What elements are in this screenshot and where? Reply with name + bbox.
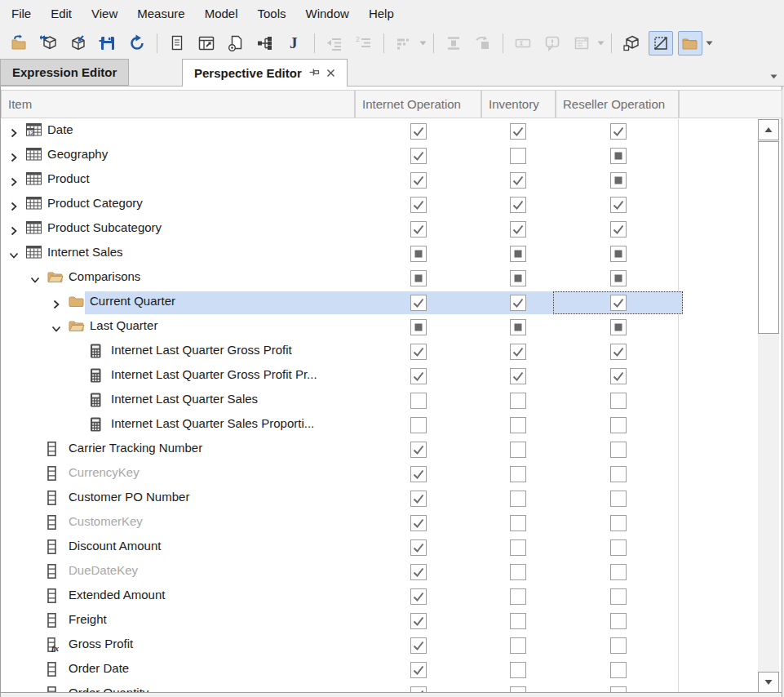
- checkbox-internet-operation[interactable]: [410, 148, 427, 164]
- checkbox-inventory[interactable]: [510, 172, 526, 189]
- menu-view[interactable]: View: [82, 0, 127, 27]
- checkbox-inventory[interactable]: [510, 588, 526, 605]
- checkbox-inventory[interactable]: [510, 368, 526, 384]
- deploy-model-button[interactable]: [66, 31, 91, 55]
- perspective-cube-button[interactable]: [619, 31, 644, 55]
- checkbox-internet-operation[interactable]: [410, 442, 427, 458]
- show-folders-button[interactable]: [678, 31, 702, 55]
- tab-list-caret-icon[interactable]: [770, 68, 777, 82]
- checkbox-reseller-operation[interactable]: [610, 442, 627, 458]
- tree-row-customer-po-number[interactable]: Customer PO Number: [1, 486, 782, 511]
- checkbox-reseller-operation[interactable]: [610, 662, 627, 678]
- checkbox-inventory[interactable]: [510, 637, 526, 654]
- chevron-down-icon[interactable]: [30, 273, 40, 283]
- checkbox-reseller-operation[interactable]: [610, 172, 627, 189]
- checkbox-internet-operation[interactable]: [410, 172, 427, 189]
- checkbox-internet-operation[interactable]: [410, 368, 427, 384]
- chevron-right-icon[interactable]: [9, 175, 19, 185]
- checkbox-reseller-operation[interactable]: [610, 613, 627, 629]
- menu-window[interactable]: Window: [296, 0, 359, 27]
- checkbox-inventory[interactable]: [510, 613, 526, 629]
- checkbox-reseller-operation[interactable]: [610, 270, 627, 286]
- checkbox-reseller-operation[interactable]: [610, 148, 627, 164]
- tree-row-comparisons[interactable]: Comparisons: [1, 266, 782, 291]
- checkbox-internet-operation[interactable]: [410, 515, 427, 531]
- tree-row-currencykey[interactable]: CurrencyKey: [1, 462, 782, 486]
- chevron-right-icon[interactable]: [9, 127, 19, 136]
- scrollbar-thumb[interactable]: [758, 141, 779, 334]
- tree-row-last-quarter[interactable]: Last Quarter: [1, 315, 782, 340]
- tree-row-product-category[interactable]: Product Category: [1, 193, 782, 217]
- menu-model[interactable]: Model: [195, 0, 248, 27]
- checkbox-reseller-operation[interactable]: [610, 564, 627, 580]
- checkbox-internet-operation[interactable]: [410, 564, 427, 580]
- tree-row-internet-last-quarter-sales-proporti[interactable]: Internet Last Quarter Sales Proporti...: [1, 413, 782, 437]
- checkbox-internet-operation[interactable]: [410, 344, 427, 360]
- chevron-right-icon[interactable]: [9, 224, 19, 234]
- pin-icon[interactable]: [308, 66, 320, 80]
- checkbox-inventory[interactable]: [510, 564, 526, 580]
- checkbox-inventory[interactable]: [510, 662, 526, 678]
- tree-row-product-subcategory[interactable]: Product Subcategory: [1, 217, 782, 242]
- script-button[interactable]: J: [282, 31, 307, 55]
- column-header-internet-operation[interactable]: Internet Operation: [355, 90, 481, 118]
- checkbox-reseller-operation[interactable]: [610, 588, 627, 605]
- column-header-reseller-operation[interactable]: Reseller Operation: [556, 90, 679, 118]
- checkbox-internet-operation[interactable]: [410, 539, 427, 556]
- checkbox-reseller-operation[interactable]: [610, 417, 627, 433]
- tree-row-extended-amount[interactable]: Extended Amount: [1, 584, 782, 609]
- checkbox-reseller-operation[interactable]: [610, 123, 627, 140]
- checkbox-reseller-operation[interactable]: [610, 393, 627, 409]
- checkbox-reseller-operation[interactable]: [610, 466, 627, 482]
- table-properties-button[interactable]: [194, 31, 219, 55]
- checkbox-internet-operation[interactable]: [410, 393, 427, 409]
- column-header-inventory[interactable]: Inventory: [481, 90, 556, 118]
- import-tables-button[interactable]: [37, 31, 61, 55]
- checkbox-inventory[interactable]: [510, 319, 526, 335]
- checkbox-inventory[interactable]: [510, 221, 526, 238]
- checkbox-internet-operation[interactable]: [410, 246, 427, 262]
- checkbox-internet-operation[interactable]: [410, 319, 427, 335]
- tree-row-freight[interactable]: Freight: [1, 609, 782, 633]
- chevron-down-icon[interactable]: [9, 249, 19, 259]
- document-button[interactable]: [165, 31, 189, 55]
- checkbox-inventory[interactable]: [510, 344, 526, 360]
- checkbox-internet-operation[interactable]: [410, 491, 427, 507]
- menu-tools[interactable]: Tools: [248, 0, 296, 27]
- open-file-button[interactable]: [7, 31, 32, 55]
- checkbox-inventory[interactable]: [510, 417, 526, 433]
- tree-row-current-quarter[interactable]: Current Quarter: [1, 291, 782, 315]
- checkbox-reseller-operation[interactable]: [610, 368, 627, 384]
- tree-row-duedatekey[interactable]: DueDateKey: [1, 560, 782, 584]
- tab-perspective-editor[interactable]: Perspective Editor: [182, 59, 348, 87]
- checkbox-inventory[interactable]: [510, 246, 526, 262]
- tree-row-geography[interactable]: Geography: [1, 144, 782, 168]
- checkbox-internet-operation[interactable]: [410, 662, 427, 678]
- checkbox-inventory[interactable]: [510, 123, 526, 140]
- filter-mode-button[interactable]: [649, 31, 673, 55]
- checkbox-reseller-operation[interactable]: [610, 637, 627, 654]
- chevron-right-icon[interactable]: [9, 200, 19, 210]
- checkbox-inventory[interactable]: [510, 197, 526, 213]
- checkbox-internet-operation[interactable]: [410, 613, 427, 629]
- checkbox-inventory[interactable]: [510, 295, 526, 311]
- checkbox-reseller-operation[interactable]: [610, 344, 627, 360]
- checkbox-internet-operation[interactable]: [410, 221, 427, 238]
- tree-row-order-date[interactable]: Order Date: [1, 658, 782, 682]
- checkbox-reseller-operation[interactable]: [610, 491, 627, 507]
- checkbox-inventory[interactable]: [510, 491, 526, 507]
- checkbox-internet-operation[interactable]: [410, 295, 427, 311]
- vertical-scrollbar[interactable]: [758, 119, 779, 693]
- checkbox-reseller-operation[interactable]: [610, 197, 627, 213]
- scroll-down-button[interactable]: [758, 672, 779, 693]
- column-header-item[interactable]: Item: [1, 90, 355, 118]
- new-calculation-button[interactable]: [224, 31, 248, 55]
- show-folders-dropdown-caret-icon[interactable]: [703, 32, 715, 55]
- checkbox-reseller-operation[interactable]: [610, 246, 627, 262]
- checkbox-inventory[interactable]: [510, 148, 526, 164]
- tree-row-internet-sales[interactable]: Internet Sales: [1, 242, 782, 266]
- checkbox-reseller-operation[interactable]: [610, 539, 627, 556]
- tree-row-internet-last-quarter-gross-profit-pr[interactable]: Internet Last Quarter Gross Profit Pr...: [1, 364, 782, 388]
- menu-help[interactable]: Help: [359, 0, 404, 27]
- checkbox-internet-operation[interactable]: [410, 123, 427, 140]
